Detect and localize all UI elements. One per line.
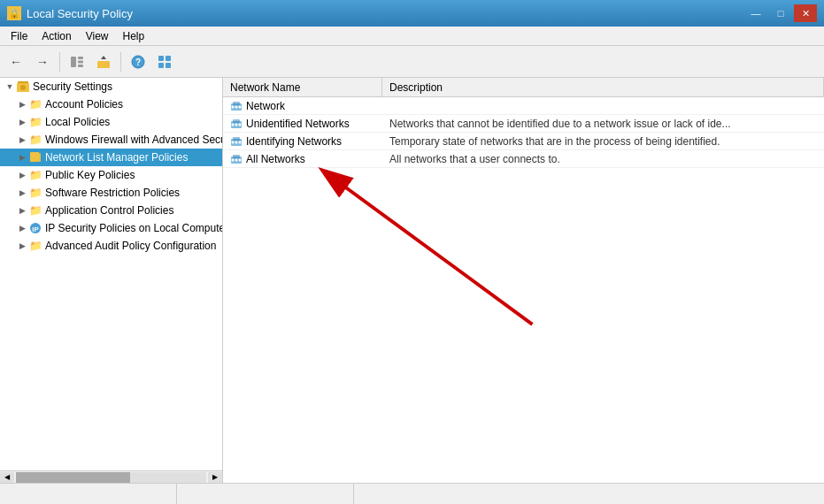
tree-item-public-key[interactable]: ▶ 📁 Public Key Policies: [0, 166, 222, 184]
tree-item-account-policies[interactable]: ▶ 📁 Account Policies: [0, 95, 222, 113]
menu-file[interactable]: File: [4, 28, 35, 44]
network-name-4: All Networks: [246, 153, 305, 165]
scroll-right-arrow[interactable]: ▶: [208, 472, 222, 483]
svg-rect-11: [158, 63, 164, 68]
status-segment-2: [177, 484, 354, 504]
list-row-identifying[interactable]: Identifying Networks Temporary state of …: [223, 133, 824, 150]
svg-point-24: [239, 105, 242, 108]
list-header: Network Name Description: [223, 78, 824, 97]
expand-network-list[interactable]: ▶: [16, 151, 28, 164]
expand-software[interactable]: ▶: [16, 187, 28, 199]
menu-action[interactable]: Action: [35, 28, 78, 44]
svg-point-32: [232, 141, 235, 143]
up-folder-button[interactable]: [91, 50, 116, 73]
cell-network-name-3: Identifying Networks: [223, 134, 382, 149]
account-policies-icon: 📁: [28, 97, 42, 111]
tree-item-ip-security[interactable]: ▶ IP IP Security Policies on Local Compu…: [0, 219, 222, 237]
h-scrollbar-thumb[interactable]: [16, 472, 130, 483]
expand-root[interactable]: ▼: [4, 80, 16, 93]
menu-bar: File Action View Help: [0, 27, 824, 46]
cell-network-name-1: Network: [223, 98, 382, 114]
tree-root-label: Security Settings: [33, 80, 112, 93]
tree-item-local-policies[interactable]: ▶ 📁 Local Policies: [0, 113, 222, 131]
firewall-label: Windows Firewall with Advanced Secu...: [45, 134, 222, 146]
right-panel: Network Name Description Ne: [223, 78, 824, 483]
cell-network-name-2: Unidentified Networks: [223, 116, 382, 132]
status-bar: [0, 483, 824, 504]
close-button[interactable]: ✕: [794, 4, 817, 22]
svg-rect-18: [30, 152, 39, 161]
forward-button[interactable]: →: [30, 50, 55, 73]
maximize-button[interactable]: □: [769, 4, 792, 22]
svg-point-38: [235, 158, 238, 161]
network-name-3: Identifying Networks: [246, 135, 342, 148]
status-segment-3: [354, 484, 824, 504]
local-policies-icon: 📁: [28, 115, 42, 129]
left-panel: ▼ Security Settings ▶ 📁 Account Policies: [0, 78, 223, 483]
left-panel-scrollbar[interactable]: ◀ ▶: [0, 470, 222, 483]
svg-point-15: [20, 85, 26, 90]
svg-point-37: [232, 158, 235, 161]
tree-item-root[interactable]: ▼ Security Settings: [0, 78, 222, 95]
cell-desc-3: Temporary state of networks that are in …: [382, 134, 824, 149]
svg-point-23: [235, 105, 238, 108]
network-row-icon-2: [230, 118, 243, 130]
show-hide-tree-button[interactable]: [65, 50, 89, 73]
network-list-icon: [28, 150, 42, 164]
properties-button[interactable]: [152, 50, 177, 73]
expand-public-key[interactable]: ▶: [16, 169, 28, 181]
svg-point-34: [239, 141, 242, 143]
expand-audit[interactable]: ▶: [16, 240, 28, 252]
menu-view[interactable]: View: [79, 28, 116, 44]
svg-text:IP: IP: [32, 225, 39, 233]
cell-desc-4: All networks that a user connects to.: [382, 151, 824, 167]
expand-firewall[interactable]: ▶: [16, 134, 28, 146]
expand-account[interactable]: ▶: [16, 98, 28, 111]
tree-item-software-restriction[interactable]: ▶ 📁 Software Restriction Policies: [0, 184, 222, 202]
public-key-icon: 📁: [28, 168, 42, 182]
toolbar-separator-2: [120, 52, 121, 72]
status-segment-1: [0, 484, 177, 504]
security-settings-icon: [16, 80, 30, 94]
tree-item-audit[interactable]: ▶ 📁 Advanced Audit Policy Configuration: [0, 237, 222, 255]
network-row-icon-3: [230, 135, 243, 148]
svg-rect-2: [78, 60, 83, 63]
list-row-unidentified[interactable]: Unidentified Networks Networks that cann…: [223, 115, 824, 133]
network-list-label: Network List Manager Policies: [45, 151, 188, 164]
cell-desc-1: [382, 104, 824, 108]
svg-point-29: [239, 123, 242, 126]
minimize-button[interactable]: —: [744, 4, 767, 22]
scroll-left-arrow[interactable]: ◀: [0, 472, 14, 483]
menu-help[interactable]: Help: [116, 28, 152, 44]
expand-ip-security[interactable]: ▶: [16, 222, 28, 234]
public-key-label: Public Key Policies: [45, 169, 135, 181]
ip-security-label: IP Security Policies on Local Compute...: [45, 222, 222, 234]
h-scrollbar-track[interactable]: [16, 472, 206, 483]
cell-desc-2: Networks that cannot be identified due t…: [382, 116, 824, 132]
app-control-label: Application Control Policies: [45, 204, 173, 217]
svg-point-28: [235, 123, 238, 126]
list-body: Network Unidentified Netwo: [223, 97, 824, 483]
svg-point-33: [235, 141, 238, 143]
app-control-icon: 📁: [28, 203, 42, 218]
tree-container[interactable]: ▼ Security Settings ▶ 📁 Account Policies: [0, 78, 222, 470]
tree-item-network-list[interactable]: ▶ Network List Manager Policies: [0, 149, 222, 166]
help-button[interactable]: ?: [126, 50, 150, 73]
list-row-network[interactable]: Network: [223, 97, 824, 115]
header-network-name[interactable]: Network Name: [223, 78, 382, 96]
svg-rect-35: [233, 137, 240, 141]
expand-local[interactable]: ▶: [16, 116, 28, 128]
main-content: ▼ Security Settings ▶ 📁 Account Policies: [0, 78, 824, 483]
back-button[interactable]: ←: [4, 50, 28, 73]
local-policies-label: Local Policies: [45, 116, 110, 128]
header-description[interactable]: Description: [382, 78, 824, 96]
window-controls: — □ ✕: [744, 4, 817, 22]
firewall-icon: 📁: [28, 133, 42, 147]
tree-item-firewall[interactable]: ▶ 📁 Windows Firewall with Advanced Secu.…: [0, 131, 222, 149]
list-row-all-networks[interactable]: All Networks All networks that a user co…: [223, 150, 824, 168]
software-restriction-label: Software Restriction Policies: [45, 187, 180, 199]
network-name-2: Unidentified Networks: [246, 118, 350, 130]
title-bar-left: 🔒 Local Security Policy: [7, 6, 133, 20]
expand-app-control[interactable]: ▶: [16, 204, 28, 217]
tree-item-app-control[interactable]: ▶ 📁 Application Control Policies: [0, 202, 222, 219]
